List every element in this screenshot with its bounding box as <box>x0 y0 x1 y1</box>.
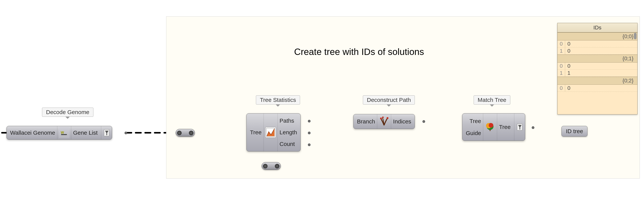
svg-point-5 <box>380 118 382 119</box>
deconstruct-icon <box>379 116 390 127</box>
port-mt-out-tree[interactable]: Tree <box>497 122 514 132</box>
svg-rect-11 <box>490 129 490 131</box>
table-row: 00 <box>558 85 637 92</box>
group-title: Create tree with IDs of solutions <box>294 46 424 57</box>
svg-text:W: W <box>61 131 64 135</box>
grip-length[interactable] <box>308 132 310 134</box>
label-decode-genome: Decode Genome <box>42 108 94 117</box>
port-count[interactable]: Count <box>278 139 300 149</box>
component-match-tree[interactable]: Tree Guide Tree <box>462 113 525 141</box>
table-row: 10 <box>558 47 637 54</box>
grip-indices[interactable] <box>422 120 425 123</box>
svg-marker-2 <box>105 131 108 135</box>
svg-point-6 <box>382 117 384 118</box>
port-mt-guide[interactable]: Guide <box>462 128 483 138</box>
label-match-tree: Match Tree <box>474 95 510 105</box>
port-indices[interactable]: Indices <box>391 117 415 126</box>
port-gene-list[interactable]: Gene List <box>71 128 101 138</box>
component-deconstruct-path[interactable]: Branch Indices <box>353 114 415 129</box>
table-row: 00 <box>558 63 637 70</box>
table-row: 11 <box>558 70 637 77</box>
port-mt-tree[interactable]: Tree <box>462 116 483 126</box>
grip-mt-out[interactable] <box>532 126 534 129</box>
svg-point-7 <box>386 117 388 119</box>
panel-title: IDs <box>558 23 637 32</box>
filter-icon[interactable] <box>517 124 522 131</box>
port-wallacei-genome[interactable]: Wallacei Genome <box>7 128 57 138</box>
panel-ids[interactable]: IDs {0;0} 00 10 {0;1} 00 11 {0;2} 00 <box>557 23 638 114</box>
label-tree-statistics: Tree Statistics <box>256 95 300 105</box>
output-grip[interactable] <box>124 132 127 134</box>
port-tree-in[interactable]: Tree <box>246 128 264 137</box>
scrollbar-thumb[interactable] <box>634 33 636 39</box>
table-row: 00 <box>558 40 637 47</box>
filter-icon[interactable] <box>104 129 109 136</box>
match-tree-icon <box>485 122 496 132</box>
port-branch[interactable]: Branch <box>354 117 377 126</box>
port-paths[interactable]: Paths <box>278 116 300 126</box>
relay-1[interactable] <box>176 129 195 137</box>
svg-marker-12 <box>518 125 522 130</box>
panel-path-2: {0;2} <box>558 77 637 85</box>
component-tree-statistics[interactable]: Tree Paths Length Count <box>246 113 300 152</box>
grip-paths[interactable] <box>308 120 310 122</box>
param-id-tree[interactable]: ID tree <box>562 126 588 137</box>
grip-count[interactable] <box>308 144 310 146</box>
label-deconstruct-path: Deconstruct Path <box>363 95 415 105</box>
panel-path-0: {0;0} <box>558 32 637 40</box>
panel-path-1: {0;1} <box>558 54 637 63</box>
wallacei-icon: W <box>59 127 70 138</box>
relay-2[interactable] <box>262 162 281 170</box>
component-decode-genome[interactable]: Wallacei Genome W Gene List <box>6 126 112 140</box>
svg-point-10 <box>489 123 493 128</box>
svg-rect-1 <box>61 134 67 135</box>
port-length[interactable]: Length <box>278 128 300 137</box>
tree-stats-icon <box>265 127 276 138</box>
